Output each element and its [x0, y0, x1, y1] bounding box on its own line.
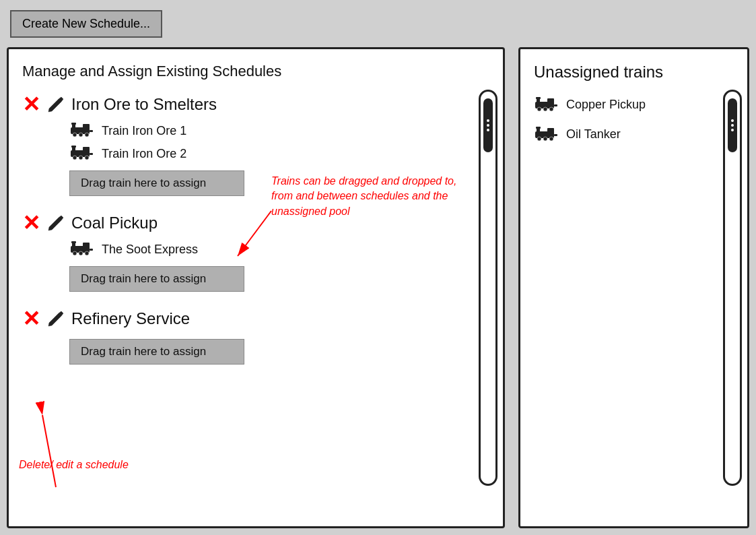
scrollbar-dot — [487, 119, 489, 122]
drag-annotation: Trains can be dragged and dropped to, fr… — [271, 174, 467, 219]
right-panel-title: Unassigned trains — [534, 63, 734, 82]
unassigned-train-label: Oil Tanker — [566, 127, 621, 141]
delete-annotation-text: Delete/ edit a schedule — [19, 459, 129, 470]
svg-point-21 — [79, 251, 83, 255]
panels-container: Manage and Assign Existing Schedules ✕Ir… — [7, 47, 749, 528]
create-schedule-button[interactable]: Create New Schedule... — [10, 10, 162, 38]
svg-rect-11 — [71, 146, 76, 148]
svg-rect-3 — [71, 123, 76, 125]
right-scrollbar-track[interactable] — [723, 90, 742, 486]
svg-point-12 — [73, 156, 77, 160]
schedule-section-coal-pickup: ✕Coal Pickup The Soot ExpressDrag train … — [22, 212, 489, 296]
train-icon — [69, 239, 94, 259]
unassigned-train-item[interactable]: Copper Pickup — [534, 95, 734, 114]
svg-point-13 — [79, 156, 83, 160]
svg-rect-1 — [83, 124, 90, 131]
right-panel: Unassigned trains Copper Pickup Oil Tank… — [518, 47, 749, 528]
svg-point-14 — [85, 156, 89, 160]
delete-schedule-iron-ore[interactable]: ✕ — [22, 94, 40, 115]
drag-zone-coal-pickup[interactable]: Drag train here to assign — [69, 266, 244, 292]
scrollbar-thumb — [483, 98, 493, 152]
svg-point-40 — [537, 137, 541, 141]
drag-zone-refinery-service[interactable]: Drag train here to assign — [69, 339, 244, 365]
schedule-name-refinery-service: Refinery Service — [71, 309, 190, 328]
svg-rect-39 — [536, 127, 541, 129]
delete-annotation: Delete/ edit a schedule — [19, 458, 167, 472]
svg-rect-35 — [554, 104, 557, 106]
train-label: Train Iron Ore 2 — [102, 147, 186, 161]
right-scrollbar-dots — [731, 119, 734, 131]
svg-rect-15 — [90, 153, 93, 155]
train-icon — [69, 121, 94, 141]
svg-point-41 — [543, 137, 547, 141]
scrollbar-dots — [487, 119, 489, 131]
edit-schedule-iron-ore[interactable] — [47, 96, 65, 113]
train-label: Train Iron Ore 1 — [102, 124, 186, 138]
svg-point-22 — [85, 251, 89, 255]
right-scrollbar-dot — [731, 119, 734, 122]
svg-rect-9 — [83, 147, 90, 154]
train-item[interactable]: Train Iron Ore 1 — [69, 121, 489, 141]
train-icon — [534, 125, 558, 144]
svg-point-20 — [73, 251, 77, 255]
left-panel: Manage and Assign Existing Schedules ✕Ir… — [7, 47, 505, 528]
right-scrollbar-dot — [731, 129, 734, 131]
svg-rect-37 — [547, 128, 554, 135]
svg-rect-7 — [90, 130, 93, 132]
svg-point-4 — [73, 133, 77, 137]
schedule-name-coal-pickup: Coal Pickup — [71, 214, 158, 232]
train-icon — [534, 95, 558, 114]
train-label: The Soot Express — [102, 243, 198, 257]
scrollbar-dot — [487, 124, 489, 127]
svg-rect-23 — [90, 249, 93, 251]
scrollbar-dot — [487, 129, 489, 131]
svg-point-5 — [79, 133, 83, 137]
svg-point-33 — [543, 107, 547, 111]
svg-rect-17 — [83, 243, 90, 249]
unassigned-train-label: Copper Pickup — [566, 98, 646, 112]
svg-point-32 — [537, 107, 541, 111]
svg-point-6 — [85, 133, 89, 137]
right-scrollbar-thumb — [728, 98, 737, 152]
right-scrollbar-dot — [731, 124, 734, 127]
train-item[interactable]: Train Iron Ore 2 — [69, 144, 489, 164]
unassigned-container: Copper Pickup Oil Tanker — [534, 95, 734, 144]
edit-schedule-coal-pickup[interactable] — [47, 214, 65, 232]
schedules-container: ✕Iron Ore to Smelters Train Iron Ore 1 — [22, 94, 489, 369]
schedule-section-refinery-service: ✕Refinery ServiceDrag train here to assi… — [22, 308, 489, 369]
svg-point-42 — [549, 137, 553, 141]
schedule-name-iron-ore: Iron Ore to Smelters — [71, 95, 217, 114]
delete-schedule-refinery-service[interactable]: ✕ — [22, 308, 40, 329]
schedule-header-refinery-service: ✕Refinery Service — [22, 308, 489, 329]
edit-schedule-refinery-service[interactable] — [47, 310, 65, 327]
svg-rect-29 — [547, 98, 554, 105]
unassigned-train-item[interactable]: Oil Tanker — [534, 125, 734, 144]
train-icon — [69, 144, 94, 164]
left-panel-title: Manage and Assign Existing Schedules — [22, 63, 489, 80]
schedule-header-iron-ore: ✕Iron Ore to Smelters — [22, 94, 489, 115]
svg-line-27 — [42, 415, 56, 487]
svg-rect-43 — [554, 134, 557, 136]
svg-rect-19 — [71, 241, 76, 243]
delete-schedule-coal-pickup[interactable]: ✕ — [22, 212, 40, 234]
scrollbar-track[interactable] — [479, 90, 497, 486]
train-item[interactable]: The Soot Express — [69, 239, 489, 259]
drag-zone-iron-ore[interactable]: Drag train here to assign — [69, 170, 244, 196]
svg-rect-31 — [536, 97, 541, 99]
svg-point-34 — [549, 107, 553, 111]
drag-annotation-text: Trains can be dragged and dropped to, fr… — [271, 175, 456, 217]
